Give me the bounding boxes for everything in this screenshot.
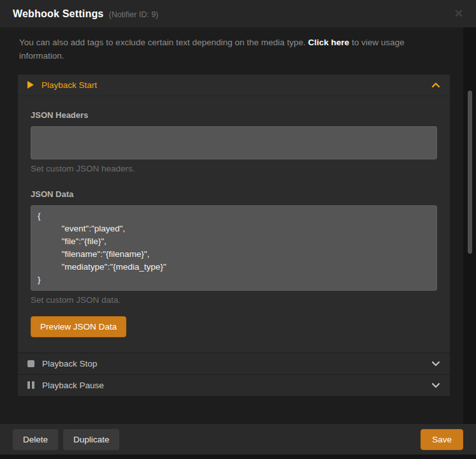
json-headers-input[interactable] (31, 126, 437, 159)
page-title: Webhook Settings (13, 8, 103, 20)
save-button[interactable]: Save (420, 429, 463, 450)
chevron-down-icon (431, 382, 440, 388)
accordion-playback-stop[interactable]: Playback Stop (18, 353, 450, 374)
playback-start-panel-body: JSON Headers Set custom JSON headers. JS… (18, 96, 450, 353)
click-here-link[interactable]: Click here (308, 38, 350, 47)
notifier-id-badge: (Notifier ID: 9) (108, 10, 158, 19)
intro-before: You can also add tags to exclude certain… (19, 38, 308, 47)
preview-json-data-button[interactable]: Preview JSON Data (31, 316, 126, 337)
json-headers-label: JSON Headers (31, 110, 437, 120)
scrollbar-thumb[interactable] (468, 91, 472, 254)
duplicate-button[interactable]: Duplicate (63, 429, 119, 450)
json-data-label: JSON Data (31, 189, 437, 199)
intro-text: You can also add tags to exclude certain… (19, 36, 438, 63)
stop-icon (27, 360, 34, 367)
title-wrap: Webhook Settings (Notifier ID: 9) (13, 8, 158, 20)
play-icon (27, 81, 34, 89)
json-headers-help: Set custom JSON headers. (31, 164, 437, 173)
accordion-playback-start[interactable]: Playback Start (18, 75, 450, 96)
page-background-strip (0, 455, 476, 459)
modal-header: Webhook Settings (Notifier ID: 9) ✕ (0, 0, 476, 27)
accordion-playback-pause[interactable]: Playback Pause (18, 374, 450, 396)
modal-footer: Delete Duplicate Save (0, 424, 476, 455)
scrollbar-track[interactable] (463, 27, 476, 424)
delete-button[interactable]: Delete (13, 429, 58, 450)
accordion-label: Playback Start (41, 80, 97, 90)
chevron-down-icon (431, 361, 440, 367)
close-icon[interactable]: ✕ (454, 8, 463, 19)
json-data-input[interactable]: { "event":"played", "file":"{file}", "fi… (31, 205, 437, 291)
accordion-label: Playback Pause (42, 381, 104, 390)
webhook-settings-modal: Webhook Settings (Notifier ID: 9) ✕ You … (0, 0, 476, 459)
trigger-accordion: Playback Start JSON Headers Set custom J… (18, 75, 450, 396)
json-data-help: Set custom JSON data. (31, 295, 437, 305)
chevron-up-icon (431, 82, 440, 88)
accordion-label: Playback Stop (42, 359, 97, 368)
modal-body: You can also add tags to exclude certain… (0, 27, 476, 424)
pause-icon (27, 381, 34, 389)
